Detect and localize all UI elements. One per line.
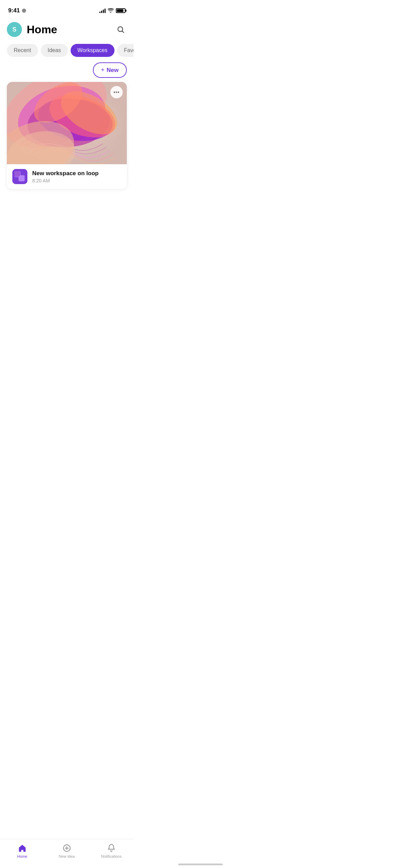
workspace-card[interactable]: ••• New workspace on loop 8:20 AM (7, 82, 127, 189)
status-dot (22, 9, 26, 13)
wifi-icon (108, 8, 114, 13)
new-workspace-button[interactable]: + New (93, 62, 127, 78)
svg-rect-14 (14, 171, 20, 177)
card-art (7, 82, 127, 164)
time-text: 9:41 (8, 7, 20, 14)
workspace-time: 8:20 AM (32, 178, 99, 183)
workspace-card-container: ••• New workspace on loop 8:20 AM (0, 82, 134, 189)
tab-workspaces[interactable]: Workspaces (71, 44, 114, 57)
card-image: ••• (7, 82, 127, 164)
status-time: 9:41 (8, 7, 26, 14)
more-options-button[interactable]: ••• (110, 86, 123, 98)
status-icons (99, 8, 125, 13)
plus-icon: + (101, 67, 105, 74)
art-svg (7, 82, 127, 164)
signal-icon (99, 8, 106, 13)
workspace-title: New workspace on loop (32, 170, 99, 177)
header-left: S Home (7, 22, 57, 37)
page-title: Home (27, 23, 57, 36)
new-button-label: New (107, 67, 119, 74)
battery-icon (116, 8, 125, 13)
tab-recent[interactable]: Recent (7, 44, 38, 57)
workspace-icon-svg (12, 169, 27, 184)
search-button[interactable] (114, 23, 127, 36)
header: S Home (0, 16, 134, 41)
status-bar: 9:41 (0, 0, 134, 16)
search-icon (117, 25, 125, 34)
ellipsis-icon: ••• (113, 89, 120, 95)
card-text: New workspace on loop 8:20 AM (32, 170, 99, 183)
tab-ideas[interactable]: Ideas (41, 44, 68, 57)
workspace-app-icon (12, 169, 27, 184)
tab-favourites[interactable]: Favourites (117, 44, 134, 57)
new-button-container: + New (0, 62, 134, 82)
card-info: New workspace on loop 8:20 AM (7, 164, 127, 189)
avatar[interactable]: S (7, 22, 22, 37)
filter-tabs: Recent Ideas Workspaces Favourites (0, 41, 134, 62)
